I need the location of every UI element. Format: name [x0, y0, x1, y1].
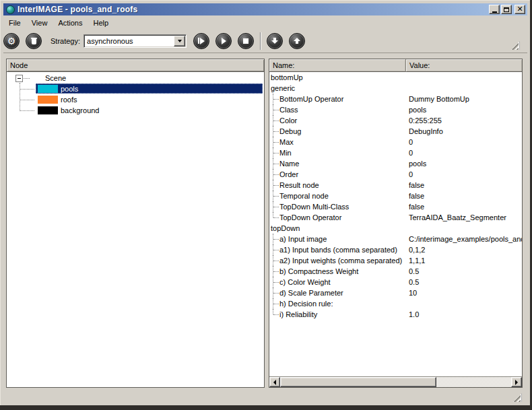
tree-item-background[interactable]: background	[7, 105, 264, 116]
up-arrow-button[interactable]	[289, 33, 305, 49]
gear-icon: ⚙	[7, 36, 16, 46]
tree-item-label: roofs	[61, 96, 77, 104]
tree-item-label: background	[61, 106, 100, 114]
property-row[interactable]: TopDown OperatorTerraAIDA_Baatz_Segmente…	[269, 212, 522, 223]
property-value: 0,1,2	[406, 244, 522, 255]
combobox-dropdown-button[interactable]	[174, 36, 185, 46]
property-name: a2) Input weights (comma separated)	[279, 257, 402, 265]
property-name-cell: Temporal node	[269, 191, 406, 201]
property-row[interactable]: topDown	[269, 223, 522, 234]
property-value: pools	[406, 104, 522, 115]
property-name-cell: Min	[269, 147, 406, 158]
horizontal-scrollbar[interactable]	[269, 376, 522, 387]
minimize-button[interactable]	[489, 5, 500, 14]
property-row[interactable]: c) Color Weight0.5	[269, 277, 522, 287]
property-row[interactable]: a2) Input weights (comma separated)1,1,1	[269, 255, 522, 266]
property-row[interactable]: Color0:255:255	[269, 115, 522, 126]
value-column-header[interactable]: Value:	[406, 59, 522, 72]
property-value: 0.5	[406, 277, 522, 287]
node-header-label: Node	[10, 61, 28, 69]
strategy-label: Strategy:	[51, 37, 80, 45]
down-arrow-button[interactable]	[267, 33, 283, 49]
stop-icon	[243, 38, 248, 44]
tree-connector	[273, 298, 279, 309]
property-row[interactable]: d) Scale Parameter10	[269, 287, 522, 298]
property-name-cell: Color	[269, 115, 406, 126]
name-column-header[interactable]: Name:	[269, 59, 406, 72]
property-row[interactable]: b) Compactness Weight0.5	[269, 266, 522, 277]
tree-connector	[20, 100, 34, 100]
property-name-cell: b) Compactness Weight	[269, 266, 406, 277]
class-color-swatch	[38, 85, 58, 93]
property-name-cell: Max	[269, 137, 406, 147]
menu-item-view[interactable]: View	[26, 18, 53, 28]
menu-item-actions[interactable]: Actions	[53, 18, 88, 28]
property-name: Temporal node	[279, 192, 329, 200]
property-row[interactable]: bottomUp	[269, 72, 522, 83]
property-row[interactable]: Temporal nodefalse	[269, 191, 522, 201]
property-name-cell: d) Scale Parameter	[269, 287, 406, 298]
tree-connector	[273, 115, 279, 126]
property-row[interactable]: DebugDebugInfo	[269, 126, 522, 137]
scroll-left-button[interactable]	[269, 377, 280, 387]
tree-item-roofs[interactable]: roofs	[7, 94, 264, 105]
property-name-cell: Debug	[269, 126, 406, 137]
maximize-button[interactable]	[501, 5, 512, 14]
tree-connector	[20, 89, 34, 90]
menu-item-file[interactable]: File	[5, 18, 26, 28]
arrow-up-icon	[294, 38, 300, 44]
menu-bar: File View Actions Help	[3, 17, 527, 29]
app-icon	[6, 5, 15, 14]
window-frame: InterIMAGE - pools_and_roofs ✕ File View…	[0, 0, 530, 405]
property-value: pools	[406, 158, 522, 169]
trash-icon	[31, 37, 37, 44]
step-play-icon	[198, 38, 205, 44]
property-row[interactable]: BottomUp OperatorDummy BottomUp	[269, 94, 522, 104]
property-name: TopDown Operator	[279, 213, 341, 221]
property-name: bottomUp	[271, 73, 303, 81]
property-value: 1.0	[406, 309, 522, 320]
property-row[interactable]: Namepools	[269, 158, 522, 169]
arrow-left-icon	[273, 380, 276, 385]
resize-grip[interactable]	[513, 393, 522, 402]
stop-button[interactable]	[238, 33, 254, 49]
property-row[interactable]: Order0	[269, 169, 522, 180]
toolbar-grip[interactable]	[511, 41, 520, 50]
collapse-expander-icon[interactable]	[15, 75, 23, 82]
property-row[interactable]: h) Decision rule:	[269, 298, 522, 309]
scrollbar-track[interactable]	[436, 377, 511, 387]
property-row[interactable]: generic	[269, 83, 522, 94]
maximize-icon	[504, 7, 509, 12]
node-column-header[interactable]: Node	[7, 59, 264, 72]
property-row[interactable]: Classpools	[269, 104, 522, 115]
scrollbar-thumb[interactable]	[280, 377, 436, 387]
property-name: topDown	[271, 224, 300, 232]
property-row[interactable]: Max0	[269, 137, 522, 147]
close-button[interactable]: ✕	[514, 5, 525, 14]
play-icon	[222, 38, 226, 44]
settings-button[interactable]: ⚙	[3, 33, 20, 49]
tree-connector	[273, 309, 279, 320]
strategy-value: asynchronous	[84, 36, 174, 45]
arrow-down-icon	[271, 38, 278, 44]
tree-connector	[273, 126, 279, 137]
delete-button[interactable]	[26, 33, 42, 49]
title-bar[interactable]: InterIMAGE - pools_and_roofs ✕	[3, 3, 527, 15]
tree-connector	[20, 110, 34, 111]
property-row[interactable]: i) Reliability1.0	[269, 309, 522, 320]
tree-item-pools[interactable]: pools	[7, 83, 264, 94]
tree-item-scene[interactable]: Scene	[7, 74, 264, 83]
name-header-label: Name:	[273, 61, 294, 69]
tree-connector	[273, 212, 279, 223]
property-row[interactable]: TopDown Multi-Classfalse	[269, 201, 522, 212]
property-value	[406, 298, 522, 309]
property-row[interactable]: a1) Input bands (comma separated)0,1,2	[269, 244, 522, 255]
execute-button[interactable]	[215, 33, 232, 49]
property-row[interactable]: Min0	[269, 147, 522, 158]
property-row[interactable]: Result nodefalse	[269, 180, 522, 191]
property-row[interactable]: a) Input imageC:/interimage_examples/poo…	[269, 234, 522, 244]
strategy-combobox[interactable]: asynchronous	[84, 34, 187, 48]
scroll-right-button[interactable]	[511, 377, 522, 387]
step-execute-button[interactable]	[193, 33, 209, 49]
menu-item-help[interactable]: Help	[88, 18, 114, 28]
